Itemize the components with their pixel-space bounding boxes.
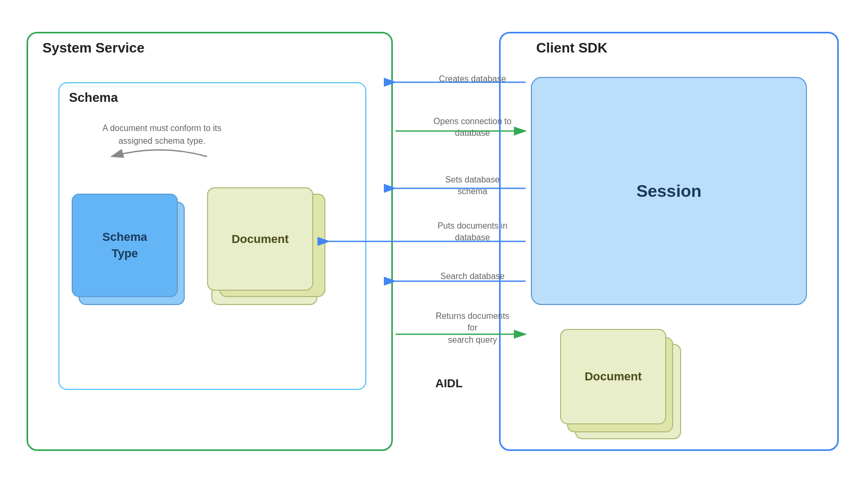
arrow-label-puts-docs: Puts documents indatabase [430,220,515,244]
document-label-client: Document [585,370,642,384]
document-label-schema: Document [231,232,289,246]
doc-front-client: Document [560,329,666,424]
schema-description: A document must conform to its assigned … [88,122,236,147]
schema-label: Schema [69,90,118,105]
arrow-label-returns-docs: Returns documents forsearch query [430,310,515,346]
session-label: Session [637,181,702,201]
diagram-container: System Service Schema A document must co… [0,0,868,487]
aidl-label: AIDL [435,377,462,390]
system-service-label: System Service [42,40,144,56]
document-front-card: Document [207,187,313,291]
arrow-label-creates-db: Creates database [430,73,515,85]
schema-curved-arrow [85,149,234,191]
client-sdk-label: Client SDK [536,40,607,56]
arrow-label-opens-connection: Opens connection todatabase [430,116,515,140]
schema-type-label: SchemaType [102,229,147,262]
arrow-label-search-db: Search database [430,271,515,282]
schema-type-front-card: SchemaType [72,194,178,297]
session-card: Session [531,77,807,305]
arrow-label-sets-schema: Sets database schema [430,174,515,198]
